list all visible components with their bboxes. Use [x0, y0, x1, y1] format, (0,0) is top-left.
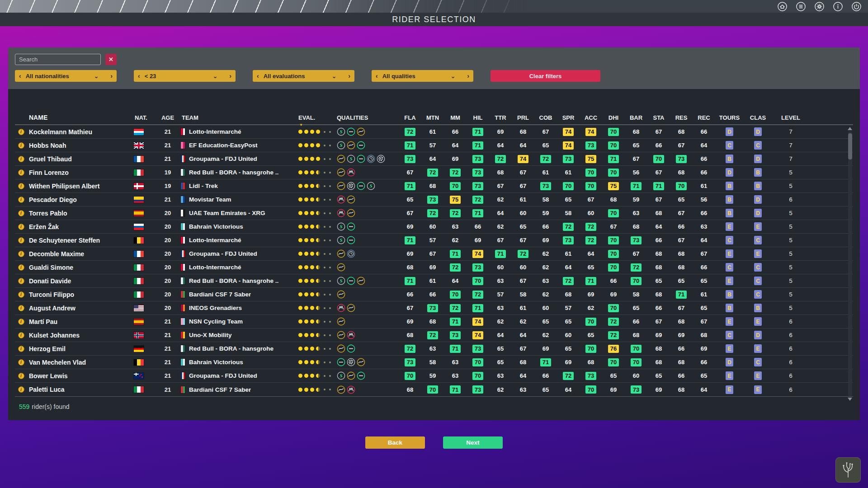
table-row[interactable]: iMartí Pau21NSN Cycling Team696871746262…	[15, 315, 853, 328]
table-row[interactable]: iPescador Diego21Movistar Team6573757262…	[15, 193, 853, 206]
info-icon[interactable]: i	[18, 373, 24, 379]
table-row[interactable]: iBower Lewis21Groupama - FDJ UnitedS7059…	[15, 369, 853, 383]
info-icon[interactable]: i	[18, 264, 24, 271]
eval-dot-full	[298, 265, 302, 269]
table-row[interactable]: iFinn Lorenzo19Red Bull - BORA - hansgro…	[15, 166, 853, 179]
column-header-hil[interactable]: HIL	[467, 114, 489, 121]
next-button[interactable]: Next	[443, 436, 503, 449]
table-row[interactable]: iWithen Philipsen Albert19Lidl - TrekS71…	[15, 179, 853, 193]
column-header-bar[interactable]: BAR	[625, 114, 647, 121]
chevron-down-icon[interactable]: ⌄	[212, 73, 217, 80]
column-header-ttr[interactable]: TTR	[489, 114, 512, 121]
rider-info-cell: i	[15, 193, 27, 206]
info-icon[interactable]	[833, 1, 843, 12]
info-icon[interactable]: i	[18, 359, 24, 366]
column-header-spr[interactable]: SPR	[557, 114, 580, 121]
table-row[interactable]: iPaletti Luca21Bardiani CSF 7 Saber68707…	[15, 383, 853, 396]
column-header-eval[interactable]: EVAL.▼	[293, 114, 334, 121]
table-row[interactable]: iHerzog Emil21Red Bull - BORA - hansgroh…	[15, 342, 853, 356]
column-header-dhi[interactable]: DHI	[602, 114, 625, 121]
info-icon[interactable]: i	[18, 237, 24, 244]
scroll-down-icon[interactable]	[848, 398, 852, 401]
column-header-age[interactable]: AGE	[158, 114, 177, 121]
menu-icon[interactable]	[796, 1, 806, 12]
chevron-left-icon[interactable]: ‹	[376, 72, 378, 80]
info-icon[interactable]: i	[18, 224, 24, 230]
column-header-mm[interactable]: MM	[444, 114, 467, 121]
scroll-up-icon[interactable]	[848, 127, 852, 130]
column-header-qualities[interactable]: QUALITIES	[334, 114, 399, 121]
scrollbar-thumb[interactable]	[848, 133, 852, 160]
info-icon[interactable]: i	[18, 386, 24, 393]
info-icon[interactable]: i	[18, 142, 24, 149]
info-icon[interactable]: i	[18, 183, 24, 189]
chevron-down-icon[interactable]: ⌄	[331, 73, 336, 80]
table-row[interactable]: iEržen Žak20Bahrain VictoriousS696063666…	[15, 220, 853, 234]
eval-dot-full	[298, 388, 302, 392]
column-header-mtn[interactable]: MTN	[421, 114, 444, 121]
info-icon[interactable]: i	[18, 278, 24, 284]
info-icon[interactable]: i	[18, 169, 24, 176]
chevron-down-icon[interactable]: ⌄	[450, 73, 455, 80]
filter-dropdown-0[interactable]: ‹All nationalities⌄›	[15, 70, 117, 82]
column-header-name[interactable]: NAME	[27, 114, 130, 121]
chevron-right-icon[interactable]: ›	[348, 72, 350, 80]
table-scrollbar[interactable]	[848, 127, 853, 401]
info-icon[interactable]: i	[18, 197, 24, 203]
info-icon[interactable]: i	[18, 251, 24, 257]
info-icon[interactable]: i	[18, 332, 24, 338]
filter-dropdown-1[interactable]: ‹< 23⌄›	[134, 70, 236, 82]
table-row[interactable]: iDe Schuyteneer Steffen20Lotto-Intermarc…	[15, 234, 853, 247]
filter-dropdown-3[interactable]: ‹All qualities⌄›	[372, 70, 473, 82]
column-header-acc[interactable]: ACC	[580, 114, 602, 121]
table-row[interactable]: iKockelmann Mathieu21Lotto-IntermarchéS7…	[15, 125, 853, 139]
home-icon[interactable]	[777, 1, 788, 12]
column-header-tours[interactable]: TOURS	[715, 114, 744, 121]
table-row[interactable]: iGruel Thibaud21Groupama - FDJ UnitedS73…	[15, 152, 853, 166]
info-icon[interactable]: i	[18, 291, 24, 298]
column-header-rec[interactable]: REC	[693, 114, 715, 121]
table-row[interactable]: iDecomble Maxime20Groupama - FDJ United6…	[15, 247, 853, 261]
info-icon[interactable]: i	[18, 129, 24, 135]
info-icon[interactable]: i	[18, 210, 24, 216]
chevron-right-icon[interactable]: ›	[467, 72, 469, 80]
column-header-fla[interactable]: FLA	[399, 114, 421, 121]
chevron-left-icon[interactable]: ‹	[138, 72, 140, 80]
table-row[interactable]: iAugust Andrew20INEOS Grenadiers67737271…	[15, 301, 853, 315]
clear-filters-button[interactable]: Clear filters	[491, 70, 600, 82]
chevron-left-icon[interactable]: ‹	[257, 72, 259, 80]
column-header-team[interactable]: TEAM	[177, 114, 293, 121]
table-row[interactable]: iVan Mechelen Vlad21Bahrain Victorious73…	[15, 356, 853, 369]
clear-search-button[interactable]: ✕	[105, 54, 117, 65]
search-input[interactable]	[15, 54, 101, 65]
column-header-level[interactable]: LEVEL	[772, 114, 809, 121]
column-header-prl[interactable]: PRL	[512, 114, 534, 121]
team-name: Bahrain Victorious	[189, 359, 243, 366]
column-header-cob[interactable]: COB	[534, 114, 557, 121]
info-icon[interactable]: i	[18, 305, 24, 311]
power-icon[interactable]	[851, 1, 862, 12]
eval-dot-half	[316, 184, 320, 188]
column-header-clas[interactable]: CLAS	[744, 114, 772, 121]
table-row[interactable]: iHobbs Noah21EF Education-EasyPostS71576…	[15, 139, 853, 152]
table-row[interactable]: iTorres Pablo20UAE Team Emirates - XRG67…	[15, 206, 853, 220]
settings-icon[interactable]	[814, 1, 825, 12]
column-header-res[interactable]: RES	[670, 114, 693, 121]
column-header-nat[interactable]: NAT.	[130, 114, 158, 121]
info-icon[interactable]: i	[18, 156, 24, 162]
table-row[interactable]: iKulset Johannes21Uno-X Mobility68727374…	[15, 328, 853, 342]
table-row[interactable]: iTurconi Filippo20Bardiani CSF 7 Saber66…	[15, 288, 853, 301]
info-icon[interactable]: i	[18, 346, 24, 352]
chevron-down-icon[interactable]: ⌄	[94, 73, 99, 80]
filter-dropdown-2[interactable]: ‹All evaluations⌄›	[253, 70, 354, 82]
info-icon[interactable]: i	[18, 319, 24, 325]
scrollbar-track[interactable]	[848, 131, 852, 396]
table-row[interactable]: iGualdi Simone20Lotto-Intermarché6869727…	[15, 261, 853, 274]
column-header-sta[interactable]: STA	[647, 114, 670, 121]
back-button[interactable]: Back	[365, 436, 425, 449]
chevron-right-icon[interactable]: ›	[110, 72, 113, 80]
chevron-right-icon[interactable]: ›	[229, 72, 231, 80]
stat-dhi: 70	[602, 125, 625, 138]
table-row[interactable]: iDonati Davide20Red Bull - BORA - hansgr…	[15, 274, 853, 288]
chevron-left-icon[interactable]: ‹	[19, 72, 21, 80]
